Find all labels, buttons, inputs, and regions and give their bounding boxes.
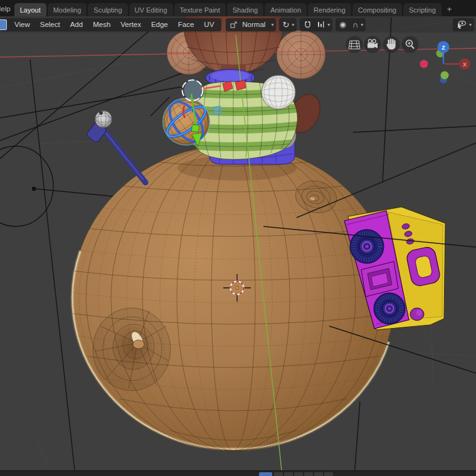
snapping-group: ▾	[300, 18, 332, 31]
proportional-editing-icon[interactable]: ◉	[336, 20, 347, 29]
chevron-down-icon: ▾	[468, 22, 474, 28]
tab-layout[interactable]: Layout	[14, 3, 46, 16]
selectability-visibility-dropdown[interactable]: ▾	[453, 18, 474, 31]
menu-view[interactable]: View	[9, 19, 35, 30]
gizmo-y-box[interactable]	[191, 125, 199, 132]
boombox-speaker-bottom	[374, 293, 405, 324]
axis-x-label: X	[463, 61, 467, 68]
blender-window: Z X Help Layout Modeling Sculpting UV Ed…	[0, 0, 476, 476]
menu-help[interactable]: Help	[0, 5, 14, 16]
chevron-down-icon: ▾	[270, 22, 276, 28]
axis-neg-x-ball[interactable]	[420, 60, 428, 68]
orientation-value: Normal	[240, 19, 270, 30]
menu-add[interactable]: Add	[65, 19, 88, 30]
topbar: Help Layout Modeling Sculpting UV Editin…	[0, 0, 476, 16]
edit-mode-icon[interactable]	[0, 19, 7, 30]
timeline-widget[interactable]	[284, 472, 293, 476]
chevron-down-icon: ▾	[291, 22, 297, 28]
timeline-current-frame[interactable]	[259, 472, 272, 476]
falloff-curve-icon[interactable]: ∩	[348, 20, 360, 29]
tab-shading[interactable]: Shading	[227, 3, 263, 16]
snap-target-icon[interactable]	[314, 21, 327, 28]
axis-neg-y-ball[interactable]	[441, 71, 449, 80]
boombox-speaker-top	[350, 230, 384, 263]
tab-modeling[interactable]: Modeling	[48, 3, 87, 16]
orientation-icon	[226, 21, 240, 29]
perspective-grid-icon[interactable]	[346, 36, 363, 53]
pivot-point-icon: ↻	[279, 20, 291, 29]
chevron-down-icon: ▾	[360, 22, 366, 28]
menu-mesh[interactable]: Mesh	[88, 19, 115, 30]
white-paw[interactable]	[262, 75, 295, 110]
tab-rendering[interactable]: Rendering	[308, 3, 351, 16]
menu-vertex[interactable]: Vertex	[115, 19, 146, 30]
viewport-header: View Select Add Mesh Vertex Edge Face UV…	[0, 16, 476, 33]
menu-edge[interactable]: Edge	[146, 19, 173, 30]
timeline-widget[interactable]	[324, 472, 333, 476]
chevron-down-icon: ▾	[327, 22, 332, 28]
timeline-strip[interactable]	[0, 470, 476, 476]
microphone[interactable]	[86, 111, 145, 183]
transform-orientation-dropdown[interactable]: Normal ▾	[226, 18, 276, 31]
zoom-icon[interactable]	[402, 36, 419, 53]
axis-gizmo[interactable]: Z X	[420, 41, 471, 84]
timeline-widget[interactable]	[294, 472, 303, 476]
tab-scripting[interactable]: Scripting	[403, 3, 442, 16]
proportional-group: ◉ ∩ ▾	[336, 18, 366, 31]
axis-z-label: Z	[442, 45, 445, 51]
camera-view-icon[interactable]	[364, 36, 381, 53]
pivot-point-dropdown[interactable]: ↻ ▾	[279, 18, 297, 31]
tab-animation[interactable]: Animation	[265, 3, 307, 16]
planet-sphere[interactable]	[71, 145, 395, 451]
add-workspace-button[interactable]: +	[443, 3, 457, 16]
menu-face[interactable]: Face	[173, 19, 199, 30]
menu-select[interactable]: Select	[35, 19, 65, 30]
select-visibility-icon	[453, 20, 468, 29]
menu-uv[interactable]: UV	[199, 19, 219, 30]
magnet-snap-icon[interactable]	[300, 21, 314, 29]
tab-texture-paint[interactable]: Texture Paint	[174, 3, 226, 16]
tab-uv-editing[interactable]: UV Editing	[129, 3, 173, 16]
pan-hand-icon[interactable]	[383, 36, 400, 53]
tab-sculpting[interactable]: Sculpting	[88, 3, 127, 16]
timeline-widget[interactable]	[314, 472, 323, 476]
tab-compositing[interactable]: Compositing	[352, 3, 402, 16]
gizmo-plane-handle[interactable]	[213, 106, 221, 114]
timeline-widget[interactable]	[304, 472, 313, 476]
viewport-3d[interactable]: Z X	[0, 0, 476, 476]
timeline-widget[interactable]	[274, 472, 283, 476]
planet-crater-large	[93, 308, 171, 391]
